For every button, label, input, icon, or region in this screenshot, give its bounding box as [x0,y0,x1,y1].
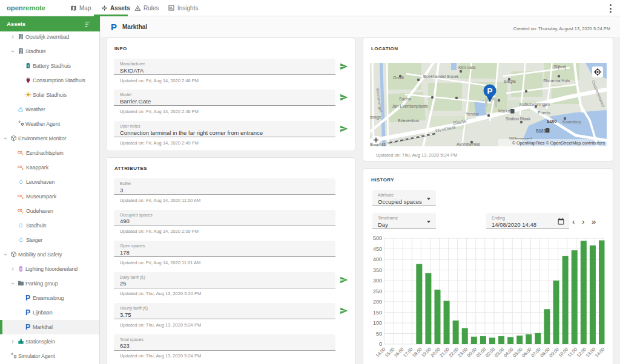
svg-text:00:00: 00:00 [466,346,478,359]
svg-text:10:00: 10:00 [557,346,569,359]
svg-text:Brievenbus: Brievenbus [398,119,420,123]
svg-text:15:00: 15:00 [384,346,396,359]
svg-text:Markthal: Markthal [498,109,515,113]
svg-text:14:00: 14:00 [594,346,606,359]
svg-text:03:00: 03:00 [493,346,506,359]
svg-text:Kaandorp: Kaandorp [562,120,581,125]
svg-text:ssage: ssage [370,115,381,120]
svg-text:350: 350 [373,267,382,273]
svg-text:Avondwinkel: Avondwinkel [457,142,481,146]
svg-text:08:00: 08:00 [539,346,551,359]
svg-text:17:00: 17:00 [402,346,414,359]
svg-text:02:00: 02:00 [484,346,496,359]
svg-text:2: 2 [22,197,24,200]
svg-text:04:00: 04:00 [503,346,515,359]
svg-text:13:00: 13:00 [585,346,597,359]
svg-text:2: 2 [22,167,24,171]
svg-text:2: 2 [22,211,24,214]
svg-text:Station Blaak: Station Blaak [506,117,531,121]
svg-text:18:00: 18:00 [411,346,423,359]
svg-text:21:00: 21:00 [438,346,450,359]
svg-text:09:00: 09:00 [548,346,560,359]
svg-text:07:00: 07:00 [530,346,542,359]
svg-text:Sacha: Sacha [399,97,411,101]
svg-text:0: 0 [379,341,382,347]
svg-text:50: 50 [376,331,382,337]
svg-text:P: P [487,86,492,96]
svg-text:16:00: 16:00 [393,346,405,359]
svg-text:Kim nails: Kim nails [458,65,476,70]
svg-text:150: 150 [373,310,382,316]
svg-text:S123: S123 [536,129,546,133]
svg-text:20:00: 20:00 [429,346,441,359]
svg-text:400: 400 [373,256,382,262]
svg-text:06:00: 06:00 [521,346,533,359]
svg-text:01:00: 01:00 [475,346,487,359]
svg-text:500: 500 [373,235,382,241]
svg-text:100: 100 [373,320,382,326]
svg-text:2: 2 [22,153,24,156]
svg-text:Slegte: Slegte [504,79,516,84]
svg-text:19:00: 19:00 [420,346,432,359]
svg-text:250: 250 [373,288,382,294]
svg-text:Shoarma Huis: Shoarma Huis [543,79,570,83]
svg-text:Yendor: Yendor [466,112,480,116]
svg-text:S100: S100 [547,119,556,123]
svg-text:22:00: 22:00 [447,346,460,359]
svg-text:05:00: 05:00 [512,346,524,359]
svg-text:Gorilli: Gorilli [393,76,404,80]
svg-text:Puerto: Puerto [538,111,550,115]
svg-text:© OpenMapTiles © OpenStreetMap: © OpenMapTiles © OpenStreetMap contribut… [512,140,605,146]
svg-text:Boekhandel Snoek: Boekhandel Snoek [423,74,459,79]
svg-text:Jan Evertsenplaats: Jan Evertsenplaats [392,104,428,109]
svg-text:Kubuswoningen: Kubuswoningen [519,102,550,107]
svg-text:450: 450 [373,246,382,252]
svg-text:11:00: 11:00 [567,346,578,358]
svg-text:12:00: 12:00 [576,346,588,359]
svg-text:14:00: 14:00 [375,346,387,359]
svg-text:300: 300 [373,278,382,284]
svg-text:23:00: 23:00 [457,346,469,359]
svg-text:Slijterij: Slijterij [553,65,566,70]
svg-text:200: 200 [373,299,382,305]
